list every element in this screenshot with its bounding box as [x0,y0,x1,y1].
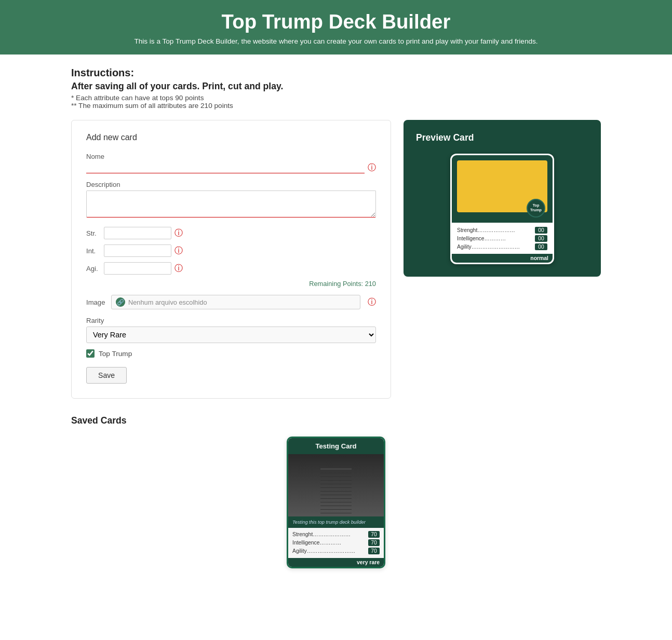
top-trump-row: Top Trump [86,349,376,358]
saved-card-1-stats: Strenght………………… 70 Intelligence………… 70 A… [288,528,384,558]
file-input-box[interactable]: 🔗 Nenhum arquivo escolhido [111,295,360,309]
card-str-label: Strenght………………… [457,227,515,233]
saved-card-1-agi-value: 70 [368,548,380,554]
top-trump-checkbox[interactable] [86,349,95,358]
description-label: Description [86,181,376,188]
saved-card-1-int-value: 70 [368,539,380,546]
card-agi-label: Agility……………………… [457,244,520,250]
saved-card-1-str-value: 70 [368,531,380,538]
saved-cards-heading: Saved Cards [71,415,601,426]
card-badge: Top Trump [527,199,545,217]
agi-label: Agi. [86,265,104,273]
card-rarity-bar: normal [452,254,553,263]
card-str-value: 00 [535,227,547,234]
saved-card-1: Testing Card Testing this top trump deck… [287,437,385,568]
card-agi-value: 00 [535,243,547,250]
top-trump-label: Top Trump [99,350,132,358]
rarity-select[interactable]: Normal Rare Very Rare Epic Legendary [86,326,376,343]
image-warn-icon: ⓘ [368,297,376,308]
two-col-layout: Add new card Nome ⓘ Description Str. ⓘ [71,120,601,399]
saved-card-1-image-bg [288,454,384,516]
agi-input[interactable] [104,262,171,275]
saved-card-1-desc: Testing this top trump deck builder [288,516,384,528]
page-title: Top Trump Deck Builder [21,10,651,33]
card-int-value: 00 [535,235,547,242]
remaining-points: Remaining Points: 210 [86,280,376,288]
card-stats: Strenght………………… 00 Intelligence………… 00 A… [452,223,553,254]
image-label: Image [86,298,107,306]
card-stat-agi: Agility……………………… 00 [457,243,547,250]
rarity-label: Rarity [86,317,376,324]
saved-card-1-rarity: very rare [288,558,384,567]
int-row: Int. ⓘ [86,244,376,257]
saved-cards-section: Saved Cards Testing Card Testing this to… [71,415,601,568]
card-image-area: Top Trump [452,155,553,223]
saved-card-1-int: Intelligence………… 70 [292,539,380,546]
saved-card-1-name: Testing Card [288,438,384,454]
link-icon: 🔗 [116,297,125,307]
nome-label: Nome [86,153,376,160]
instructions-section: Instructions: After saving all of your c… [71,67,601,110]
rarity-group: Rarity Normal Rare Very Rare Epic Legend… [86,317,376,349]
int-label: Int. [86,247,104,255]
form-panel: Add new card Nome ⓘ Description Str. ⓘ [71,120,391,399]
saved-card-1-str: Strenght………………… 70 [292,531,380,538]
main-content: Instructions: After saving all of your c… [50,55,622,581]
page-subtitle: This is a Top Trump Deck Builder, the we… [21,37,651,45]
card-preview: Top Trump Strenght………………… 00 Intelligenc… [450,154,554,264]
nome-group: Nome ⓘ [86,153,376,173]
card-stat-str: Strenght………………… 00 [457,227,547,234]
preview-title: Preview Card [416,132,588,143]
str-input[interactable] [104,227,171,239]
saved-cards-grid: Testing Card Testing this top trump deck… [71,437,601,568]
nome-warn-icon: ⓘ [368,162,376,173]
saved-card-1-str-label: Strenght………………… [292,532,351,537]
str-warn-icon: ⓘ [174,228,183,239]
image-row: Image 🔗 Nenhum arquivo escolhido ⓘ [86,295,376,309]
preview-panel: Preview Card Top Trump Strenght………………… 0… [404,120,601,277]
form-title: Add new card [86,133,376,142]
instructions-note1: * Each attribute can have at tops 90 poi… [71,94,601,102]
str-row: Str. ⓘ [86,227,376,239]
saved-card-1-image [288,454,384,516]
card-stat-int: Intelligence………… 00 [457,235,547,242]
save-button[interactable]: Save [86,367,127,384]
saved-card-1-agi: Agility……………………… 70 [292,548,380,554]
nome-input-row: ⓘ [86,162,376,173]
instructions-heading: Instructions: [71,67,601,79]
agi-row: Agi. ⓘ [86,262,376,275]
str-label: Str. [86,229,104,237]
saved-card-1-agi-label: Agility……………………… [292,548,355,554]
description-group: Description [86,181,376,220]
file-placeholder: Nenhum arquivo escolhido [128,298,207,306]
card-int-label: Intelligence………… [457,236,506,241]
nome-input[interactable] [86,162,365,173]
agi-warn-icon: ⓘ [174,263,183,274]
int-input[interactable] [104,244,171,257]
saved-card-1-int-label: Intelligence………… [292,540,341,546]
instructions-bold: After saving all of your cards. Print, c… [71,81,601,92]
page-header: Top Trump Deck Builder This is a Top Tru… [0,0,672,55]
int-warn-icon: ⓘ [174,246,183,256]
description-input[interactable] [86,190,376,217]
instructions-note2: ** The maximum sum of all attributes are… [71,102,601,110]
